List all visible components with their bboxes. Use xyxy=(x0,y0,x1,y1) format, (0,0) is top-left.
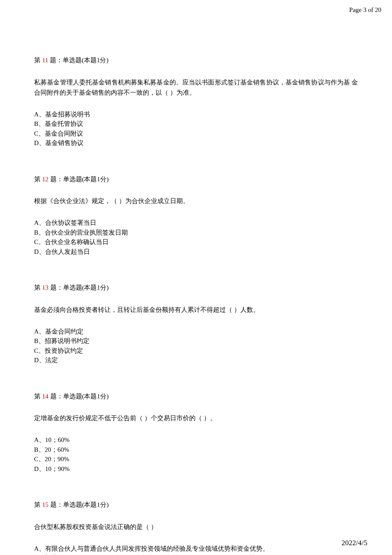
question-text: 私募基金管理人委托基金销售机构募集私募基金的。应当以书面形式签订基金销售协议，基… xyxy=(34,77,358,98)
option-a: A、基金合同约定 xyxy=(34,327,358,337)
option-c: C、投资协议约定 xyxy=(34,346,358,356)
question-prefix: 第 xyxy=(34,501,42,508)
question-prefix: 第 xyxy=(34,393,42,400)
page-number: Page 3 of 20 xyxy=(349,6,381,13)
question-number: 13 xyxy=(42,284,49,291)
footer-date: 2022/4/5 xyxy=(342,539,367,547)
content-area: 第 11 题：单选题(本题1分) 私募基金管理人委托基金销售机构募集私募基金的。… xyxy=(0,0,392,555)
question-title: 第 12 题：单选题(本题1分) xyxy=(34,174,358,184)
question-prefix: 第 xyxy=(34,176,42,183)
question-text: 定增基金的发行价规定不低于公告前（ ）个交易日市价的（ ）。 xyxy=(34,413,358,423)
option-a: A、有限合伙人与普通合伙人共同发挥投资领域的经验及专业领域优势和资金优势。 xyxy=(34,544,358,554)
question-text: 根据《合伙企业法》规定，（ ）为合伙企业成立日期。 xyxy=(34,196,358,206)
option-a: A、合伙协议签署当日 xyxy=(34,218,358,228)
question-title: 第 15 题：单选题(本题1分) xyxy=(34,500,358,510)
options-list: A、合伙协议签署当日 B、合伙企业的营业执照签发日期 C、合伙企业名称确认当日 … xyxy=(34,218,358,256)
option-d: D、合伙人发起当日 xyxy=(34,247,358,257)
question-prefix: 第 xyxy=(34,57,42,64)
option-b: B、20；60% xyxy=(34,445,358,455)
question-suffix: 题：单选题(本题1分) xyxy=(49,393,109,400)
question-12: 第 12 题：单选题(本题1分) 根据《合伙企业法》规定，（ ）为合伙企业成立日… xyxy=(34,174,358,257)
page-header: Page 3 of 20 xyxy=(349,5,381,15)
options-list: A、10；60% B、20；60% C、20；90% D、10；90% xyxy=(34,435,358,474)
option-a: A、10；60% xyxy=(34,435,358,445)
option-d: D、法定 xyxy=(34,355,358,365)
page-footer: 2022/4/5 xyxy=(342,538,367,549)
question-suffix: 题：单选题(本题1分) xyxy=(49,176,109,183)
option-c: C、20；90% xyxy=(34,454,358,464)
option-c: C、合伙企业名称确认当日 xyxy=(34,237,358,247)
question-14: 第 14 题：单选题(本题1分) 定增基金的发行价规定不低于公告前（ ）个交易日… xyxy=(34,392,358,474)
option-b: B、合伙企业的营业执照签发日期 xyxy=(34,228,358,238)
options-list: A、基金合同约定 B、招募说明书约定 C、投资协议约定 D、法定 xyxy=(34,327,358,365)
question-suffix: 题：单选题(本题1分) xyxy=(49,284,109,291)
question-title: 第 13 题：单选题(本题1分) xyxy=(34,283,358,293)
question-13: 第 13 题：单选题(本题1分) 基金必须向合格投资者转让，且转让后基金份额持有… xyxy=(34,283,358,365)
option-b: B、普通合伙人发挥投资领域的经验及专业领域优势，有限合伙人发挥资金优势。 xyxy=(34,553,358,555)
option-d: D、基金销售协议 xyxy=(34,138,358,148)
question-number: 14 xyxy=(42,393,49,400)
option-a: A、基金招募说明书 xyxy=(34,110,358,119)
options-list: A、基金招募说明书 B、基金托管协议 C、基金合同附议 D、基金销售协议 xyxy=(34,110,358,148)
question-title: 第 11 题：单选题(本题1分) xyxy=(34,55,358,65)
question-15: 第 15 题：单选题(本题1分) 合伙型私募股权投资基金说法正确的是（ ） A、… xyxy=(34,500,358,555)
question-title: 第 14 题：单选题(本题1分) xyxy=(34,392,358,401)
question-11: 第 11 题：单选题(本题1分) 私募基金管理人委托基金销售机构募集私募基金的。… xyxy=(34,55,358,148)
question-prefix: 第 xyxy=(34,284,42,291)
option-d: D、10；90% xyxy=(34,464,358,474)
option-b: B、招募说明书约定 xyxy=(34,336,358,346)
question-suffix: 题：单选题(本题1分) xyxy=(49,501,109,508)
question-number: 11 xyxy=(42,57,48,64)
option-c: C、基金合同附议 xyxy=(34,129,358,139)
question-text: 合伙型私募股权投资基金说法正确的是（ ） xyxy=(34,522,358,532)
question-text: 基金必须向合格投资者转让，且转让后基金份额持有人累计不得超过（ ）人数。 xyxy=(34,305,358,315)
question-number: 12 xyxy=(42,176,49,183)
question-number: 15 xyxy=(42,501,49,508)
options-list: A、有限合伙人与普通合伙人共同发挥投资领域的经验及专业领域优势和资金优势。 B、… xyxy=(34,544,358,555)
option-b: B、基金托管协议 xyxy=(34,119,358,129)
question-suffix: 题：单选题(本题1分) xyxy=(48,57,108,64)
